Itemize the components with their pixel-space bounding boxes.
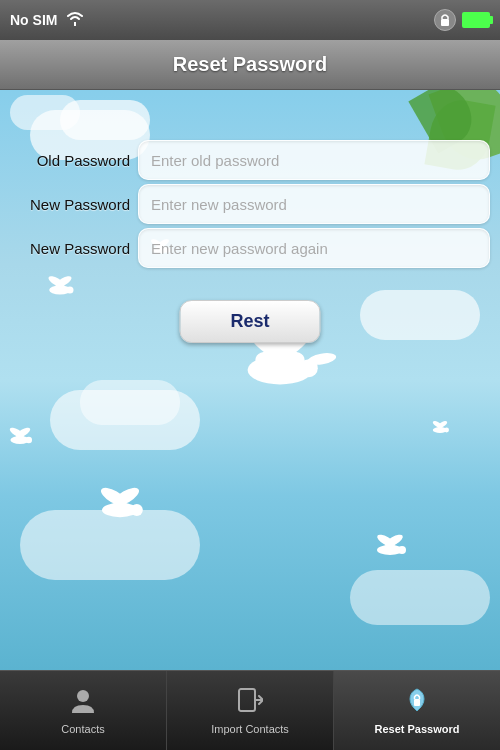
svg-rect-0 — [441, 19, 449, 26]
status-left: No SIM — [10, 10, 85, 30]
new-password-row: New Password — [10, 184, 490, 224]
wifi-icon — [65, 10, 85, 30]
reset-button[interactable]: Rest — [179, 300, 320, 343]
svg-rect-33 — [239, 689, 255, 711]
page-title: Reset Password — [173, 53, 328, 76]
new-password-label: New Password — [10, 196, 130, 213]
confirm-password-row: New Password — [10, 228, 490, 268]
cloud-5 — [80, 380, 180, 425]
new-password-input[interactable] — [138, 184, 490, 224]
cloud-8 — [350, 570, 490, 625]
old-password-input[interactable] — [138, 140, 490, 180]
main-content: Old Password New Password New Password R… — [0, 90, 500, 670]
tab-reset-password[interactable]: Reset Password — [334, 671, 500, 750]
old-password-label: Old Password — [10, 152, 130, 169]
form-area: Old Password New Password New Password — [0, 140, 500, 272]
tab-contacts[interactable]: Contacts — [0, 671, 167, 750]
cloud-6 — [360, 290, 480, 340]
confirm-password-label: New Password — [10, 240, 130, 257]
confirm-password-input[interactable] — [138, 228, 490, 268]
status-right — [434, 9, 490, 31]
nav-bar: Reset Password — [0, 40, 500, 90]
cloud-7 — [20, 510, 200, 580]
svg-point-32 — [77, 690, 89, 702]
status-bar: No SIM — [0, 0, 500, 40]
svg-rect-34 — [414, 699, 420, 706]
reset-password-icon — [404, 687, 430, 719]
battery-icon — [462, 12, 490, 28]
contacts-label: Contacts — [61, 723, 104, 735]
old-password-row: Old Password — [10, 140, 490, 180]
contacts-icon — [70, 687, 96, 719]
import-contacts-label: Import Contacts — [211, 723, 289, 735]
tab-bar: Contacts Import Contacts Reset Password — [0, 670, 500, 750]
lock-icon — [434, 9, 456, 31]
reset-password-tab-label: Reset Password — [375, 723, 460, 735]
import-contacts-icon — [237, 687, 263, 719]
carrier-label: No SIM — [10, 12, 57, 28]
cloud-3 — [10, 95, 80, 130]
reset-button-container: Rest — [179, 300, 320, 343]
tab-import-contacts[interactable]: Import Contacts — [167, 671, 334, 750]
